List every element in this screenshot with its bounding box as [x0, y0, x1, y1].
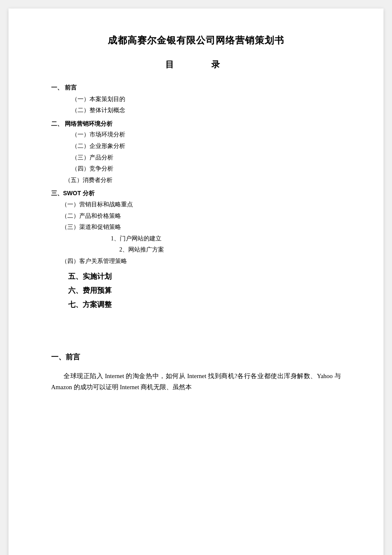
toc-item-3-1: （一）营销目标和战略重点 — [51, 199, 341, 211]
toc-item-3: 三、SWOT 分析 — [51, 188, 341, 199]
toc-item-3-3-1: 1、门户网站的建立 — [51, 233, 341, 245]
toc-item-2-3: （三）产品分析 — [51, 152, 341, 164]
toc-item-2: 二、 网络营销环境分析 — [51, 118, 341, 130]
toc-item-2-1: （一）市场环境分析 — [51, 129, 341, 141]
toc-item-3-3-2: 2、网站推广方案 — [51, 244, 341, 256]
main-title: 成都高赛尔金银有限公司网络营销策划书 — [51, 34, 341, 47]
table-of-contents: 一、 前言 （一）本案策划目的 （二）整体计划概念 二、 网络营销环境分析 （一… — [51, 82, 341, 309]
toc-item-1-2: （二）整体计划概念 — [51, 105, 341, 116]
toc-item-2-2: （二）企业形象分析 — [51, 141, 341, 152]
section-1-paragraph-1: 全球现正陷入 Internet 的淘金热中，如何从 Internet 找到商机?… — [51, 370, 341, 393]
document-page: 成都高赛尔金银有限公司网络营销策划书 目 录 一、 前言 （一）本案策划目的 （… — [9, 9, 383, 555]
toc-item-7: 七、方案调整 — [51, 300, 341, 309]
toc-item-2-4: （四）竞争分析 — [51, 163, 341, 175]
section-1-heading: 一、前言 — [51, 352, 341, 362]
toc-item-2-5: （五）消费者分析 — [51, 175, 341, 186]
toc-item-1: 一、 前言 — [51, 82, 341, 94]
toc-item-3-2: （二）产品和价格策略 — [51, 211, 341, 222]
toc-item-1-1: （一）本案策划目的 — [51, 94, 341, 105]
toc-item-5: 五、实施计划 — [51, 272, 341, 281]
content-section: 一、前言 全球现正陷入 Internet 的淘金热中，如何从 Internet … — [51, 335, 341, 393]
toc-title: 目 录 — [51, 59, 341, 70]
toc-item-6: 六、费用预算 — [51, 286, 341, 295]
toc-item-3-3: （三）渠道和促销策略 — [51, 222, 341, 233]
toc-item-3-4: （四）客户关系管理策略 — [51, 256, 341, 267]
